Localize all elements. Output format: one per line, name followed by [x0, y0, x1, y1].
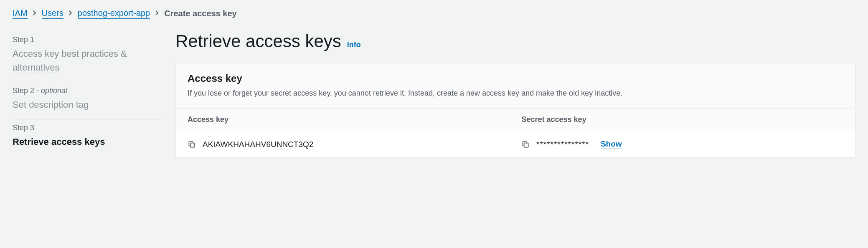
- step-title: Access key best practices & alternatives: [13, 48, 127, 73]
- copy-icon[interactable]: [521, 140, 530, 149]
- secret-key-masked: ***************: [536, 140, 589, 149]
- info-link[interactable]: Info: [347, 40, 361, 49]
- key-columns-header: Access key Secret access key: [176, 109, 855, 131]
- key-values-row: AKIAWKHAHAHV6UNNCT3Q2 *************** Sh…: [176, 131, 855, 157]
- panel-description: If you lose or forget your secret access…: [188, 88, 843, 99]
- breadcrumb-link-iam[interactable]: IAM: [13, 8, 28, 19]
- copy-icon[interactable]: [188, 140, 196, 149]
- breadcrumb: IAM Users posthog-export-app Create acce…: [13, 8, 855, 19]
- step-optional: - optional: [34, 86, 67, 95]
- step-title: Set description tag: [13, 99, 89, 110]
- wizard-sidebar: Step 1 Access key best practices & alter…: [13, 31, 163, 158]
- panel-heading: Access key: [188, 73, 843, 84]
- breadcrumb-link-users[interactable]: Users: [42, 8, 63, 19]
- wizard-step-1[interactable]: Step 1 Access key best practices & alter…: [13, 31, 163, 82]
- access-key-value: AKIAWKHAHAHV6UNNCT3Q2: [203, 140, 313, 149]
- breadcrumb-current: Create access key: [164, 9, 236, 18]
- access-key-cell: AKIAWKHAHAHV6UNNCT3Q2: [188, 140, 510, 149]
- panel-header: Access key If you lose or forget your se…: [176, 63, 855, 109]
- step-number: Step 1: [13, 35, 34, 44]
- breadcrumb-link-user[interactable]: posthog-export-app: [78, 8, 150, 19]
- column-header-secret-key: Secret access key: [510, 115, 844, 124]
- column-header-access-key: Access key: [188, 115, 510, 124]
- step-number: Step 2: [13, 86, 34, 95]
- wizard-step-3: Step 3 Retrieve access keys: [13, 119, 163, 156]
- svg-rect-0: [190, 143, 195, 147]
- main-content: Retrieve access keys Info Access key If …: [175, 31, 855, 158]
- step-title: Retrieve access keys: [13, 137, 105, 147]
- show-secret-button[interactable]: Show: [601, 139, 622, 149]
- step-number: Step 3: [13, 124, 34, 132]
- wizard-step-2[interactable]: Step 2 - optional Set description tag: [13, 82, 163, 119]
- chevron-right-icon: [33, 10, 37, 18]
- page-title: Retrieve access keys: [175, 31, 341, 51]
- chevron-right-icon: [155, 10, 159, 18]
- secret-key-cell: *************** Show: [510, 139, 843, 149]
- svg-rect-1: [524, 143, 528, 147]
- access-key-panel: Access key If you lose or forget your se…: [175, 63, 855, 158]
- chevron-right-icon: [69, 10, 73, 18]
